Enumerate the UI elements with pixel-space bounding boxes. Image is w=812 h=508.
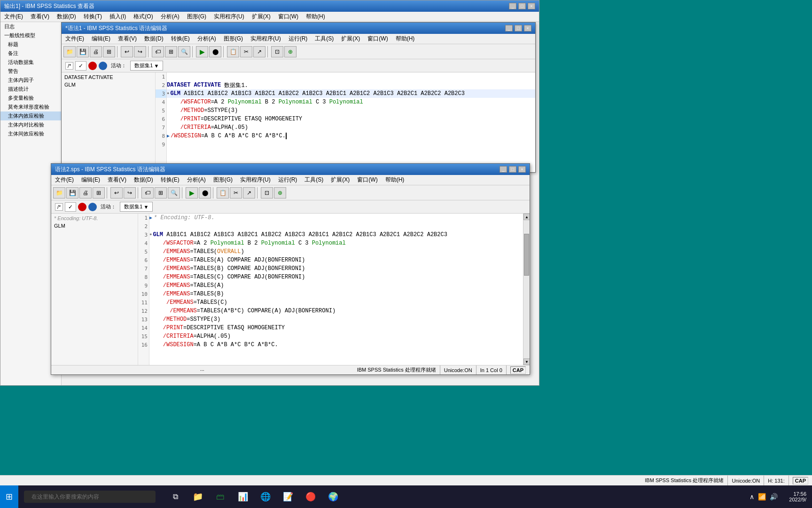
taskbar-explorer-btn[interactable]: 📁 [187, 486, 208, 507]
sidebar-item-active-dataset[interactable]: 活动数据集 [0, 58, 61, 67]
s1-cut-btn[interactable]: ✂ [240, 46, 252, 57]
taskbar-powerpoint-btn[interactable]: 📊 [233, 486, 253, 507]
s2-menu-utilities[interactable]: 实用程序(U) [236, 175, 274, 185]
s2-menu-extensions[interactable]: 扩展(X) [327, 175, 353, 185]
viewer-menu-transform[interactable]: 转换(T) [80, 12, 106, 22]
taskbar-clock[interactable]: 17:56 2022/9/ [783, 491, 812, 502]
sidebar-item-within-effects[interactable]: 主体内效应检验 [0, 111, 61, 120]
s2-dataset-selector[interactable]: 数据集1 ▼ [120, 202, 153, 212]
sidebar-item-glm[interactable]: 一般线性模型 [0, 31, 61, 40]
s2-code-editor[interactable]: ▶ * Encoding: UTF-8. ● GLM A1B1C1 A1B1C2… [149, 214, 523, 365]
s1-menu-data[interactable]: 数据(D) [141, 34, 167, 44]
s2-check-icon[interactable]: ✓ [65, 202, 76, 212]
viewer-close-btn[interactable]: × [528, 3, 535, 9]
s1-goto-btn[interactable]: 🏷 [152, 46, 164, 57]
s1-undo-btn[interactable]: ↩ [121, 46, 133, 57]
s2-dialog-btn[interactable]: ⊞ [93, 187, 105, 198]
s1-find-btn[interactable]: 🔍 [178, 46, 190, 57]
s2-menu-analyze[interactable]: 分析(A) [183, 175, 210, 185]
s2-print-btn[interactable]: 🖨 [79, 187, 92, 198]
s2-save-btn[interactable]: 💾 [66, 187, 78, 198]
s2-redo-btn[interactable]: ↪ [124, 187, 136, 198]
s2-scroll-up[interactable]: ▲ [523, 214, 530, 220]
s2-menu-graphs[interactable]: 图形(G) [210, 175, 236, 185]
s2-open-btn[interactable]: 📁 [53, 187, 65, 198]
s1-menu-extensions[interactable]: 扩展(X) [337, 34, 364, 44]
syntax1-minimize-btn[interactable]: _ [505, 25, 513, 32]
viewer-menu-analyze[interactable]: 分析(A) [157, 12, 183, 22]
s2-undo-btn[interactable]: ↩ [110, 187, 123, 198]
syntax1-close-btn[interactable]: × [524, 25, 531, 32]
s2-menu-window[interactable]: 窗口(W) [353, 175, 381, 185]
s2-view-btn[interactable]: ⊡ [261, 187, 273, 198]
taskbar-search-input[interactable] [24, 491, 156, 503]
s1-view-btn[interactable]: ⊡ [271, 46, 283, 57]
start-button[interactable]: ⊞ [0, 485, 18, 508]
s1-menu-edit[interactable]: 编辑(E) [88, 34, 114, 44]
tray-up-arrow-icon[interactable]: ∧ [750, 493, 754, 500]
taskbar-excel-btn[interactable]: 🗃 [210, 486, 231, 507]
sidebar-item-descriptive[interactable]: 描述统计 [0, 85, 61, 94]
viewer-menu-insert[interactable]: 插入(I) [106, 12, 130, 22]
s1-print-btn[interactable]: 🖨 [90, 46, 102, 57]
viewer-menu-format[interactable]: 格式(O) [130, 12, 156, 22]
s1-add-btn[interactable]: ⊕ [284, 46, 297, 57]
syntax2-maximize-btn[interactable]: □ [509, 166, 516, 173]
s2-menu-data[interactable]: 数据(D) [130, 175, 157, 185]
s1-menu-tools[interactable]: 工具(S) [311, 34, 337, 44]
viewer-menu-graphs[interactable]: 图形(G) [183, 12, 210, 22]
viewer-menu-utilities[interactable]: 实用程序(U) [210, 12, 248, 22]
s2-nav-btn[interactable]: ↗ [243, 187, 255, 198]
s2-scroll-thumb[interactable] [524, 234, 529, 275]
s2-menu-edit[interactable]: 编辑(E) [78, 175, 104, 185]
syntax1-maximize-btn[interactable]: □ [515, 25, 522, 32]
s2-run-btn[interactable]: ▶ [186, 187, 198, 198]
s1-menu-transform[interactable]: 转换(E) [167, 34, 194, 44]
s1-menu-window[interactable]: 窗口(W) [364, 34, 391, 44]
s2-menu-help[interactable]: 帮助(H) [382, 175, 408, 185]
s2-goto-btn[interactable]: 🏷 [141, 187, 154, 198]
s1-check-icon[interactable]: ✓ [75, 61, 86, 71]
s2-menu-tools[interactable]: 工具(S) [301, 175, 327, 185]
viewer-menu-file[interactable]: 文件(E) [0, 12, 27, 22]
viewer-menu-extensions[interactable]: 扩展(X) [248, 12, 274, 22]
s1-dialog-btn[interactable]: ⊞ [103, 46, 115, 57]
s1-save-btn[interactable]: 💾 [77, 46, 89, 57]
sidebar-item-within-factors[interactable]: 主体内因子 [0, 76, 61, 85]
sidebar-item-notes[interactable]: 备注 [0, 49, 61, 58]
syntax2-minimize-btn[interactable]: _ [500, 166, 507, 173]
s1-menu-analyze[interactable]: 分析(A) [194, 34, 220, 44]
s2-scroll-down[interactable]: ▼ [523, 358, 530, 365]
s1-code-editor[interactable]: DATASET ACTIVATE 数据集1. ● GLM A1B1C1 A1B1… [167, 72, 535, 172]
taskbar-task-view-btn[interactable]: ⧉ [165, 486, 186, 507]
taskbar-app1-btn[interactable]: 🔴 [300, 486, 321, 507]
s2-variable-btn[interactable]: ⊞ [155, 187, 167, 198]
s1-redo-btn[interactable]: ↪ [134, 46, 146, 57]
s1-menu-graphs[interactable]: 图形(G) [220, 34, 247, 44]
s2-menu-transform[interactable]: 转换(E) [157, 175, 183, 185]
sidebar-item-warnings[interactable]: 警告 [0, 67, 61, 76]
sidebar-item-mauchly[interactable]: 莫奇来球形度检验 [0, 103, 61, 111]
s2-pause-btn[interactable]: ⬤ [199, 187, 211, 198]
taskbar-word-btn[interactable]: 📝 [278, 486, 298, 507]
s1-menu-run[interactable]: 运行(R) [285, 34, 312, 44]
viewer-menu-data[interactable]: 数据(D) [53, 12, 80, 22]
s2-menu-file[interactable]: 文件(E) [51, 175, 78, 185]
s1-menu-file[interactable]: 文件(E) [62, 34, 88, 44]
sidebar-item-log[interactable]: 日志 [0, 22, 61, 31]
s1-menu-view[interactable]: 查看(V) [114, 34, 141, 44]
s1-open-btn[interactable]: 📁 [63, 46, 76, 57]
taskbar-chrome-btn[interactable]: 🌐 [255, 486, 276, 507]
s1-nav-btn[interactable]: ↗ [253, 46, 265, 57]
viewer-maximize-btn[interactable]: □ [518, 3, 526, 9]
s2-menu-view[interactable]: 查看(V) [104, 175, 130, 185]
s2-menu-run[interactable]: 运行(R) [274, 175, 301, 185]
s2-scroll-track[interactable] [523, 220, 530, 358]
taskbar-app2-btn[interactable]: 🌍 [323, 486, 344, 507]
sidebar-item-multivariate[interactable]: 多变量检验 [0, 94, 61, 103]
s1-pause-btn[interactable]: ⬤ [209, 46, 221, 57]
s1-dataset-selector[interactable]: 数据集1 ▼ [130, 61, 163, 71]
s2-find-btn[interactable]: 🔍 [168, 187, 180, 198]
s1-variable-btn[interactable]: ⊞ [165, 46, 177, 57]
s1-paste-btn[interactable]: 📋 [227, 46, 239, 57]
